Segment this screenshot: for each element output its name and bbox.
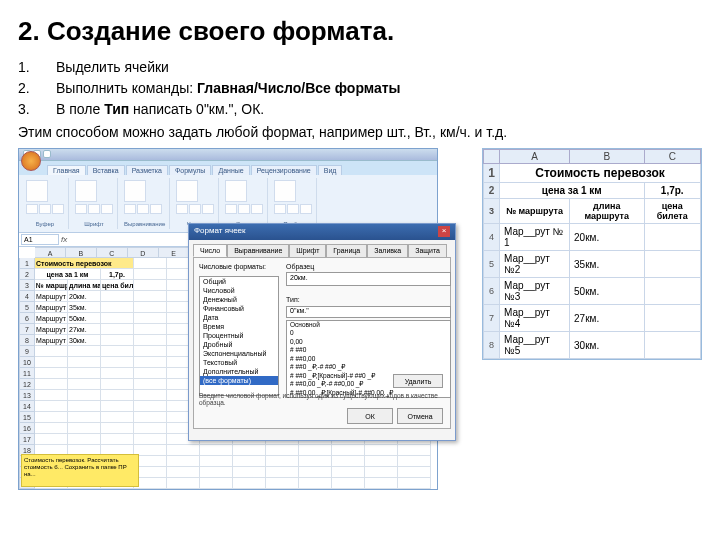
type-label: Тип: xyxy=(286,296,300,303)
ribbon-tab[interactable]: Данные xyxy=(212,165,249,175)
comment-note: Стоимость перевозок. Рассчитать стоимост… xyxy=(21,454,139,487)
ribbon-tabs[interactable]: ГлавнаяВставкаРазметкаФормулыДанныеРецен… xyxy=(19,161,437,175)
ribbon-tab[interactable]: Рецензирование xyxy=(251,165,317,175)
dialog-help-text: Введите числовой формат, используя один … xyxy=(199,392,450,406)
ribbon-tab[interactable]: Главная xyxy=(47,165,86,175)
ribbon-tab[interactable]: Разметка xyxy=(126,165,168,175)
note-text: Этим способом можно задать любой формат,… xyxy=(18,124,702,140)
sample-box: 20км. xyxy=(286,272,451,286)
format-cells-dialog: Формат ячеек × ЧислоВыравниваниеШрифтГра… xyxy=(188,223,456,441)
ribbon-tab[interactable]: Формулы xyxy=(169,165,211,175)
dialog-title: Формат ячеек xyxy=(194,226,246,238)
zoom-table: ABC1Стоимость перевозок2цена за 1 км1,7р… xyxy=(482,148,702,360)
dialog-tabs[interactable]: ЧислоВыравниваниеШрифтГраницаЗаливкаЗащи… xyxy=(189,240,455,257)
category-list[interactable]: ОбщийЧисловойДенежныйФинансовыйДатаВремя… xyxy=(199,276,279,396)
name-box[interactable]: A1 xyxy=(21,234,59,245)
titlebar xyxy=(19,149,437,161)
dialog-titlebar[interactable]: Формат ячеек × xyxy=(189,224,455,240)
delete-button[interactable]: Удалить xyxy=(393,374,443,388)
fx-icon[interactable]: fx xyxy=(61,235,67,244)
page-title: 2. Создание своего формата. xyxy=(18,16,702,47)
ok-button[interactable]: ОК xyxy=(347,408,393,424)
cancel-button[interactable]: Отмена xyxy=(397,408,443,424)
close-icon[interactable]: × xyxy=(438,226,450,237)
type-input[interactable]: 0"км." xyxy=(286,306,451,318)
steps-list: 1.Выделить ячейки2.Выполнить команды: Гл… xyxy=(18,57,702,120)
ribbon-tab[interactable]: Вставка xyxy=(87,165,125,175)
sample-label: Образец 20км. xyxy=(286,263,451,286)
ribbon-tab[interactable]: Вид xyxy=(318,165,343,175)
office-button[interactable] xyxy=(21,151,41,171)
